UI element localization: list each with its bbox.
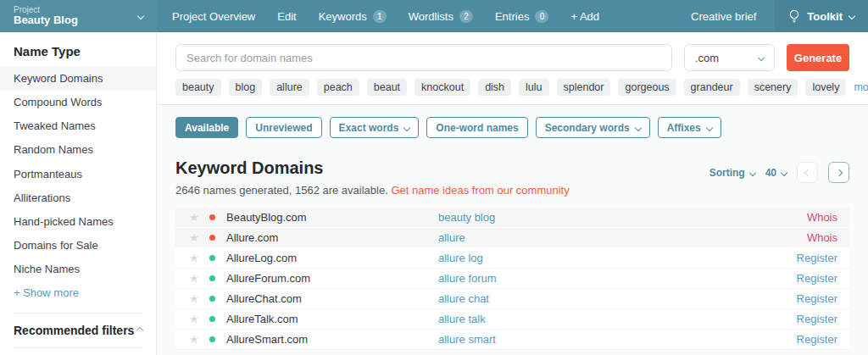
sidebar: Name Type Keyword DomainsCompound WordsT… bbox=[0, 32, 157, 355]
next-page-button[interactable] bbox=[828, 162, 849, 183]
keyword-chip-splendor[interactable]: splendor bbox=[557, 79, 611, 96]
sidebar-item-niche-names[interactable]: Niche Names bbox=[0, 258, 156, 281]
chevron-down-icon bbox=[758, 54, 765, 61]
domain-name: AllureChat.com bbox=[226, 292, 438, 305]
show-more-link[interactable]: + Show more bbox=[0, 281, 156, 304]
nav-item-keywords[interactable]: Keywords1 bbox=[319, 10, 387, 23]
topbar: Project Beauty Blog Project OverviewEdit… bbox=[0, 0, 868, 32]
sidebar-item-alliterations[interactable]: Alliterations bbox=[0, 186, 156, 210]
filter-button-unreviewed[interactable]: Unreviewed bbox=[246, 117, 321, 138]
domain-name: AllureTalk.com bbox=[226, 313, 438, 325]
sorting-dropdown[interactable]: Sorting bbox=[709, 167, 755, 179]
keyword-chip-gorgeous[interactable]: gorgeous bbox=[618, 79, 676, 96]
filter-button-secondary-words[interactable]: Secondary words bbox=[536, 117, 650, 138]
keyword-chip-dish[interactable]: dish bbox=[478, 79, 511, 96]
register-link[interactable]: Register bbox=[797, 313, 837, 325]
keyword-link[interactable]: allure talk bbox=[438, 313, 797, 325]
keyword-chip-knockout[interactable]: knockout bbox=[415, 79, 470, 96]
favorite-star-icon[interactable]: ★ bbox=[189, 293, 209, 304]
register-link[interactable]: Register bbox=[797, 333, 837, 346]
filter-label: Unreviewed bbox=[255, 122, 312, 134]
topbar-right: Creative brief Toolkit bbox=[672, 0, 868, 32]
sidebar-item-keyword-domains[interactable]: Keyword Domains bbox=[0, 67, 156, 91]
tld-select[interactable]: .com bbox=[684, 44, 775, 71]
favorite-star-icon[interactable]: ★ bbox=[189, 252, 209, 263]
sidebar-item-portmanteaus[interactable]: Portmanteaus bbox=[0, 163, 156, 186]
keyword-link[interactable]: allure smart bbox=[438, 333, 797, 346]
nav-item-add[interactable]: + Add bbox=[570, 10, 599, 23]
filter-label: Exact words bbox=[339, 122, 399, 134]
filter-button-affixes[interactable]: Affixes bbox=[658, 117, 721, 138]
sidebar-item-hand-picked-names[interactable]: Hand-picked Names bbox=[0, 210, 156, 234]
nav-item-wordlists[interactable]: Wordlists2 bbox=[409, 10, 473, 23]
table-row: ★BeautyBlog.combeauty blogWhois bbox=[175, 208, 849, 228]
sidebar-divider bbox=[14, 313, 142, 313]
favorite-star-icon[interactable]: ★ bbox=[189, 212, 209, 223]
keyword-chip-blog[interactable]: blog bbox=[229, 79, 263, 96]
favorite-star-icon[interactable]: ★ bbox=[189, 232, 209, 243]
register-link[interactable]: Register bbox=[797, 272, 837, 285]
generate-button[interactable]: Generate bbox=[787, 44, 849, 71]
sidebar-item-compound-words[interactable]: Compound Words bbox=[0, 91, 156, 114]
creative-brief-link[interactable]: Creative brief bbox=[672, 0, 775, 32]
keyword-chip-grandeur[interactable]: grandeur bbox=[684, 79, 740, 96]
filter-button-exact-words[interactable]: Exact words bbox=[330, 117, 420, 138]
favorite-star-icon[interactable]: ★ bbox=[189, 313, 209, 324]
nav-item-project-overview[interactable]: Project Overview bbox=[172, 10, 255, 23]
table-row: ★AllureSmart.comallure smartRegister bbox=[175, 330, 849, 350]
main-content: .com Generate beautyblogallurepeachbeaut… bbox=[157, 32, 868, 355]
page-body: Name Type Keyword DomainsCompound WordsT… bbox=[0, 32, 868, 355]
nav-item-badge: 1 bbox=[373, 10, 387, 23]
page-size-dropdown[interactable]: 40 bbox=[765, 167, 787, 179]
favorite-star-icon[interactable]: ★ bbox=[189, 334, 209, 345]
more-keywords-link[interactable]: more... bbox=[854, 81, 868, 93]
keyword-chip-peach[interactable]: peach bbox=[317, 79, 359, 96]
results-summary: 2646 names generated, 1562 are available… bbox=[175, 184, 570, 197]
keyword-chip-scenery[interactable]: scenery bbox=[748, 79, 798, 96]
sidebar-item-tweaked-names[interactable]: Tweaked Names bbox=[0, 114, 156, 138]
prev-page-button[interactable] bbox=[797, 162, 818, 183]
keyword-chip-lovely[interactable]: lovely bbox=[805, 79, 846, 96]
keyword-chip-allure[interactable]: allure bbox=[270, 79, 309, 96]
keyword-link[interactable]: beauty blog bbox=[438, 211, 807, 224]
whois-link[interactable]: Whois bbox=[807, 211, 837, 224]
project-selector[interactable]: Project Beauty Blog bbox=[0, 0, 157, 32]
search-row: .com Generate bbox=[175, 44, 849, 71]
filter-button-available[interactable]: Available bbox=[175, 117, 238, 138]
tld-value: .com bbox=[695, 52, 719, 64]
sidebar-item-domains-for-sale[interactable]: Domains for Sale bbox=[0, 234, 156, 258]
nav-item-edit[interactable]: Edit bbox=[277, 10, 296, 23]
keyword-chips: beautyblogallurepeachbeautknockoutdishlu… bbox=[175, 79, 849, 96]
availability-dot-icon bbox=[209, 214, 226, 220]
search-input[interactable] bbox=[175, 44, 672, 71]
sidebar-item-random-names[interactable]: Random Names bbox=[0, 138, 156, 162]
filter-label: Available bbox=[185, 122, 229, 134]
nav-item-label: Edit bbox=[277, 10, 296, 23]
availability-dot-icon bbox=[209, 316, 226, 322]
keyword-chip-lulu[interactable]: lulu bbox=[519, 79, 548, 96]
nav-item-entries[interactable]: Entries0 bbox=[495, 10, 548, 23]
register-link[interactable]: Register bbox=[797, 292, 837, 305]
domain-name: Allure.com bbox=[226, 231, 438, 244]
toolkit-button[interactable]: Toolkit bbox=[775, 0, 868, 32]
keyword-link[interactable]: allure bbox=[438, 231, 807, 244]
nav-item-label: Project Overview bbox=[172, 10, 255, 23]
community-link[interactable]: Get name ideas from our community bbox=[391, 184, 569, 197]
chevron-down-icon bbox=[781, 169, 787, 175]
results-title-block: Keyword Domains 2646 names generated, 15… bbox=[175, 158, 570, 197]
keyword-link[interactable]: allure chat bbox=[438, 292, 797, 305]
favorite-star-icon[interactable]: ★ bbox=[189, 273, 209, 284]
filter-button-one-word-names[interactable]: One-word names bbox=[426, 117, 527, 138]
keyword-chip-beaut[interactable]: beaut bbox=[367, 79, 407, 96]
search-section: .com Generate beautyblogallurepeachbeaut… bbox=[157, 32, 868, 105]
chevron-left-icon bbox=[804, 169, 810, 175]
register-link[interactable]: Register bbox=[797, 252, 837, 264]
whois-link[interactable]: Whois bbox=[807, 231, 837, 244]
keyword-chip-beauty[interactable]: beauty bbox=[175, 79, 221, 96]
filter-label: One-word names bbox=[436, 122, 518, 134]
keyword-link[interactable]: allure forum bbox=[438, 272, 797, 285]
nav-item-label: + Add bbox=[570, 10, 599, 23]
recommended-filters-toggle[interactable]: Recommended filters bbox=[0, 322, 156, 339]
filter-label: Affixes bbox=[667, 122, 701, 134]
keyword-link[interactable]: allure log bbox=[438, 252, 797, 264]
